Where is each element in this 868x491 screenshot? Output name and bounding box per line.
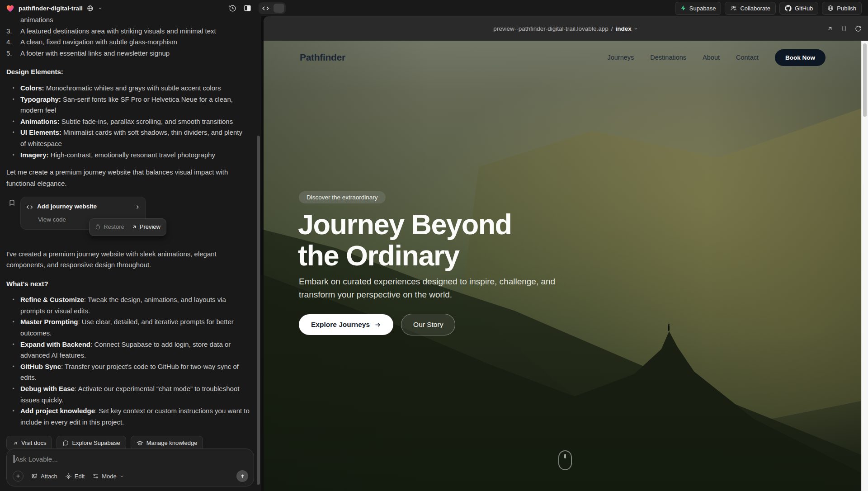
project-selector[interactable]: pathfinder-digital-trail bbox=[0, 5, 103, 12]
version-card[interactable]: Add journey website View code Restore bbox=[20, 197, 146, 229]
site-scrollbar[interactable] bbox=[861, 41, 868, 491]
design-bullet-list: •Colors: Monochromatic whites and grays … bbox=[6, 83, 250, 161]
panel-layout-button[interactable] bbox=[244, 5, 251, 12]
view-controls bbox=[229, 0, 286, 16]
preview-panel: preview--pathfinder-digital-trail.lovabl… bbox=[264, 16, 868, 491]
github-icon bbox=[785, 5, 792, 12]
hero-subtext: Embark on curated experiences designed t… bbox=[299, 275, 570, 302]
arrow-up-right-icon bbox=[12, 440, 18, 446]
bookmark-icon[interactable] bbox=[9, 199, 15, 207]
preview-button[interactable]: Preview bbox=[132, 222, 160, 233]
site-nav: Journeys Destinations About Contact bbox=[607, 54, 759, 61]
globe-status-icon bbox=[87, 5, 94, 12]
history-button[interactable] bbox=[229, 5, 236, 12]
hero-headline: Journey Beyond the Ordinary bbox=[298, 209, 512, 272]
device-preview-button[interactable] bbox=[841, 25, 847, 32]
mode-selector[interactable]: Mode bbox=[92, 473, 124, 480]
code-preview-toggle[interactable] bbox=[259, 2, 286, 14]
list-item: •Add project knowledge: Set key context … bbox=[6, 406, 250, 428]
list-item: •GitHub Sync: Transfer your project's co… bbox=[6, 361, 250, 383]
site-logo[interactable]: Pathfinder bbox=[300, 52, 345, 63]
topbar: pathfinder-digital-trail bbox=[0, 0, 868, 16]
arrow-right-icon bbox=[374, 321, 381, 328]
list-item: •Animations: Subtle fade-ins, parallax s… bbox=[6, 116, 250, 127]
hero-section: Discover the extraordinary Journey Beyon… bbox=[264, 41, 862, 491]
supabase-bolt-icon bbox=[680, 5, 686, 11]
open-external-button[interactable] bbox=[826, 25, 833, 32]
explore-journeys-button[interactable]: Explore Journeys bbox=[299, 314, 393, 335]
arrow-up-icon bbox=[240, 473, 245, 479]
list-item: •Refine & Customize: Tweak the design, a… bbox=[6, 294, 250, 316]
whats-next-heading: What's next? bbox=[6, 279, 250, 290]
chat-message: animations 3. A featured destinations ar… bbox=[0, 16, 261, 450]
code-icon bbox=[26, 204, 33, 210]
text-caret bbox=[14, 455, 14, 463]
restore-button[interactable]: Restore bbox=[95, 222, 124, 233]
list-item: 5. A footer with essential links and new… bbox=[6, 48, 250, 59]
preview-url: preview--pathfinder-digital-trail.lovabl… bbox=[493, 25, 608, 32]
add-button[interactable] bbox=[13, 471, 24, 482]
edit-button[interactable]: Edit bbox=[65, 473, 85, 480]
list-item: •Debug with Ease: Activate our experimen… bbox=[6, 383, 250, 406]
image-icon bbox=[31, 473, 38, 479]
chat-text-line: animations bbox=[20, 16, 250, 26]
scroll-indicator bbox=[558, 450, 572, 470]
list-item: 3. A featured destinations area with str… bbox=[6, 26, 250, 37]
chevron-down-icon bbox=[98, 6, 103, 11]
project-name: pathfinder-digital-trail bbox=[19, 5, 83, 12]
numbered-list: 3. A featured destinations area with str… bbox=[6, 26, 250, 59]
list-item: •Expand with Backend: Connect Supabase t… bbox=[6, 339, 250, 361]
design-elements-heading: Design Elements: bbox=[6, 66, 250, 78]
chevron-down-icon bbox=[633, 26, 638, 31]
restore-clock-icon bbox=[95, 224, 101, 230]
sliders-icon bbox=[92, 473, 99, 479]
site-scrollbar-thumb[interactable] bbox=[863, 43, 867, 117]
chevron-down-icon bbox=[119, 474, 124, 479]
scroll-wheel-dot bbox=[564, 454, 566, 458]
send-button[interactable] bbox=[236, 470, 248, 482]
chat-composer: Ask Lovable... Attach Edit bbox=[6, 449, 254, 486]
list-item: 4. A clean, fixed navigation with subtle… bbox=[6, 37, 250, 48]
list-item: •Typography: San-serif fonts like SF Pro… bbox=[6, 94, 250, 116]
nav-journeys[interactable]: Journeys bbox=[607, 54, 634, 61]
collaborate-button[interactable]: Collaborate bbox=[725, 2, 776, 15]
chevron-right-icon bbox=[135, 204, 140, 210]
supabase-button[interactable]: Supabase bbox=[675, 2, 722, 15]
nav-destinations[interactable]: Destinations bbox=[650, 54, 686, 61]
version-card-title: Add journey website bbox=[37, 201, 131, 212]
graduation-cap-icon bbox=[137, 440, 143, 446]
chat-scrollbar[interactable] bbox=[257, 136, 260, 485]
app-window: pathfinder-digital-trail bbox=[0, 0, 868, 491]
attach-button[interactable]: Attach bbox=[31, 473, 57, 480]
hero-badge: Discover the extraordinary bbox=[299, 191, 386, 203]
our-story-button[interactable]: Our Story bbox=[401, 314, 455, 335]
chat-bubble-icon bbox=[62, 440, 69, 446]
chat-paragraph: I've created a premium journey website w… bbox=[6, 249, 250, 271]
publish-button[interactable]: Publish bbox=[822, 2, 862, 15]
toggle-knob bbox=[274, 4, 284, 13]
github-button[interactable]: GitHub bbox=[779, 2, 818, 15]
site-preview: Pathfinder Journeys Destinations About C… bbox=[264, 41, 862, 491]
book-now-button[interactable]: Book Now bbox=[775, 49, 826, 66]
target-icon bbox=[65, 473, 72, 480]
version-actions: Restore Preview bbox=[89, 218, 166, 236]
list-item: •Imagery: High-contrast, emotionally res… bbox=[6, 150, 250, 161]
next-steps-list: •Refine & Customize: Tweak the design, a… bbox=[6, 294, 250, 428]
lovable-heart-logo bbox=[6, 5, 14, 12]
nav-about[interactable]: About bbox=[703, 54, 720, 61]
topbar-actions: Supabase Collaborate GitHub Publish bbox=[675, 2, 868, 15]
code-icon bbox=[262, 5, 269, 11]
refresh-button[interactable] bbox=[855, 25, 862, 32]
arrow-up-right-icon bbox=[132, 224, 137, 230]
nav-contact[interactable]: Contact bbox=[736, 54, 759, 61]
ask-input[interactable]: Ask Lovable... bbox=[7, 449, 254, 463]
list-item: •Colors: Monochromatic whites and grays … bbox=[6, 83, 250, 94]
chat-panel: animations 3. A featured destinations ar… bbox=[0, 16, 261, 491]
list-item: •Master Prompting: Use clear, detailed, … bbox=[6, 316, 250, 339]
chat-paragraph: Let me create a premium journey website … bbox=[6, 167, 250, 189]
people-icon bbox=[730, 5, 737, 11]
site-header: Pathfinder Journeys Destinations About C… bbox=[264, 41, 862, 74]
page-selector[interactable]: index bbox=[613, 25, 638, 32]
publish-globe-icon bbox=[827, 5, 834, 11]
list-item: •UI Elements: Minimalist cards with soft… bbox=[6, 127, 250, 149]
